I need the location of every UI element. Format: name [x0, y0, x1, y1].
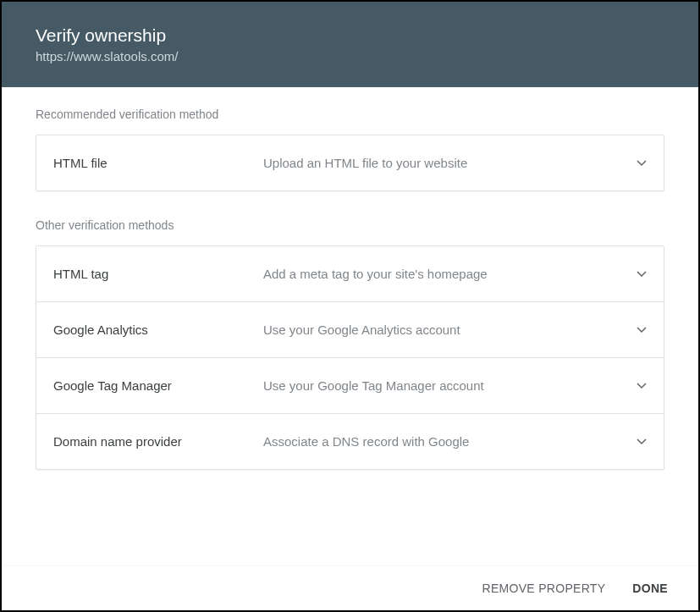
method-name: HTML tag: [53, 267, 263, 281]
method-description: Add a meta tag to your site's homepage: [263, 267, 620, 281]
recommended-section-label: Recommended verification method: [36, 108, 664, 121]
method-name: HTML file: [53, 156, 263, 170]
method-google-tag-manager[interactable]: Google Tag Manager Use your Google Tag M…: [36, 357, 664, 413]
method-name: Domain name provider: [53, 434, 263, 449]
dialog-content: Recommended verification method HTML fil…: [2, 87, 698, 565]
method-domain-name-provider[interactable]: Domain name provider Associate a DNS rec…: [36, 413, 664, 469]
done-button[interactable]: DONE: [632, 582, 668, 595]
method-html-tag[interactable]: HTML tag Add a meta tag to your site's h…: [36, 246, 664, 301]
method-description: Upload an HTML file to your website: [263, 156, 620, 170]
method-google-analytics[interactable]: Google Analytics Use your Google Analyti…: [36, 301, 664, 357]
dialog-subtitle: https://www.slatools.com/: [36, 49, 664, 63]
chevron-down-icon: [620, 327, 647, 334]
chevron-down-icon: [620, 271, 647, 278]
other-section-label: Other verification methods: [36, 218, 664, 232]
method-name: Google Tag Manager: [53, 378, 263, 393]
chevron-down-icon: [620, 160, 647, 167]
method-description: Associate a DNS record with Google: [263, 434, 620, 449]
method-html-file[interactable]: HTML file Upload an HTML file to your we…: [36, 135, 664, 190]
dialog-header: Verify ownership https://www.slatools.co…: [2, 2, 698, 87]
remove-property-button[interactable]: REMOVE PROPERTY: [482, 582, 606, 595]
dialog-footer: REMOVE PROPERTY DONE: [2, 565, 698, 610]
recommended-method-card: HTML file Upload an HTML file to your we…: [36, 135, 664, 191]
dialog-title: Verify ownership: [36, 25, 664, 46]
chevron-down-icon: [620, 383, 647, 389]
chevron-down-icon: [620, 438, 647, 445]
method-name: Google Analytics: [53, 323, 263, 337]
method-description: Use your Google Tag Manager account: [263, 378, 620, 393]
other-methods-list: HTML tag Add a meta tag to your site's h…: [36, 245, 664, 470]
method-description: Use your Google Analytics account: [263, 323, 620, 337]
